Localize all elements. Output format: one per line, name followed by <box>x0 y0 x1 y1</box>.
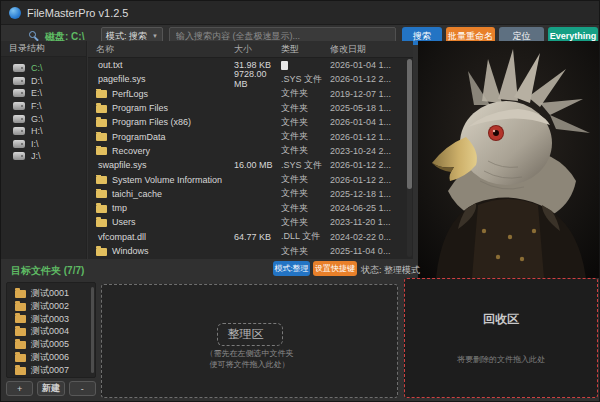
target-folder-label: 测试0007 <box>31 364 69 377</box>
app-window: FileMasterPro v1.2.5 磁盘: C:\ 模式: 搜索 ▼ 搜索… <box>0 0 600 402</box>
table-row[interactable]: Windows文件夹2025-11-04 0... <box>88 244 413 258</box>
target-folder-item[interactable]: 测试0001 <box>7 287 95 300</box>
file-type-cell: 文件夹 <box>281 116 330 129</box>
file-size-cell: 16.00 MB <box>234 160 281 170</box>
recycle-drop-zone[interactable]: 回收区 将要删除的文件拖入此处 <box>404 278 598 398</box>
recycle-zone-title: 回收区 <box>405 311 597 328</box>
title-bar: FileMasterPro v1.2.5 <box>1 1 600 25</box>
sidebar-drive-item[interactable]: D:\ <box>1 75 86 88</box>
table-row[interactable]: Program Files文件夹2025-05-18 1... <box>88 101 413 115</box>
table-row[interactable]: System Volume Information文件夹2026-01-12 2… <box>88 172 413 186</box>
target-folder-item[interactable]: 测试0005 <box>7 338 95 351</box>
target-folder-panel: 测试0001测试0002测试0003测试0004测试0005测试0006测试00… <box>6 282 96 378</box>
new-folder-button[interactable]: 新建 <box>37 381 64 396</box>
file-name: Users <box>112 217 136 227</box>
file-name: vfcompat.dll <box>98 232 146 242</box>
file-type-cell: 文件夹 <box>281 102 330 115</box>
target-folder-item[interactable]: 测试0004 <box>7 325 95 338</box>
file-name: taichi_cache <box>112 189 162 199</box>
file-list-scrollbar[interactable] <box>407 59 412 257</box>
file-date-cell: 2019-12-07 1... <box>330 89 413 99</box>
file-name: Recovery <box>112 146 150 156</box>
file-date-cell: 2025-12-18 1... <box>330 189 413 199</box>
column-name[interactable]: 名称 <box>88 43 234 56</box>
target-folder-item[interactable]: 测试0003 <box>7 313 95 326</box>
sidebar-drive-item[interactable]: I:\ <box>1 138 86 151</box>
file-list-panel: 名称 大小 类型 修改日期 out.txt31.98 KB2026-01-04 … <box>88 41 413 259</box>
file-type-cell: 文件夹 <box>281 187 330 200</box>
file-date-cell: 2026-01-04 1... <box>330 117 413 127</box>
target-folder-label: 测试0001 <box>31 287 69 300</box>
folder-icon <box>96 176 107 184</box>
drive-icon <box>13 140 25 148</box>
sidebar-drive-item[interactable]: E:\ <box>1 87 86 100</box>
folder-icon <box>96 119 107 127</box>
file-name: PerfLogs <box>112 89 148 99</box>
file-type-cell: 文件夹 <box>281 202 330 215</box>
directory-sidebar: 目录结构 C:\D:\E:\F:\G:\H:\I:\J:\ <box>1 41 87 259</box>
file-type-cell: 文件夹 <box>281 130 330 143</box>
table-row[interactable]: vfcompat.dll64.77 KB.DLL 文件2024-02-22 0.… <box>88 230 413 244</box>
drive-label: G:\ <box>31 114 43 124</box>
set-hotkeys-button[interactable]: 设置快捷键 <box>313 261 357 276</box>
file-name-cell: System Volume Information <box>88 175 234 185</box>
file-type-cell <box>281 61 330 70</box>
organize-zone-title: 整理区 <box>217 323 283 346</box>
column-type[interactable]: 类型 <box>281 43 330 56</box>
column-date[interactable]: 修改日期 <box>330 43 413 56</box>
file-list-header: 名称 大小 类型 修改日期 <box>88 41 413 58</box>
table-row[interactable]: ProgramData文件夹2026-01-12 1... <box>88 129 413 143</box>
drive-icon <box>13 89 25 97</box>
sidebar-drive-item[interactable]: C:\ <box>1 62 86 75</box>
drive-label: C:\ <box>31 63 43 73</box>
table-row[interactable]: Recovery文件夹2023-10-24 2... <box>88 144 413 158</box>
table-row[interactable]: Program Files (x86)文件夹2026-01-04 1... <box>88 115 413 129</box>
drive-label: H:\ <box>31 126 43 136</box>
target-folder-item[interactable]: 测试0002 <box>7 300 95 313</box>
target-folder-label: 测试0006 <box>31 351 69 364</box>
target-folder-label: 测试0002 <box>31 300 69 313</box>
table-row[interactable]: taichi_cache文件夹2025-12-18 1... <box>88 187 413 201</box>
status-text: 状态: 整理模式 <box>361 264 420 277</box>
drive-list: C:\D:\E:\F:\G:\H:\I:\J:\ <box>1 57 86 259</box>
table-row[interactable]: pagefile.sys9728.00 MB.SYS 文件2026-01-12 … <box>88 72 413 86</box>
table-row[interactable]: tmp文件夹2024-06-25 1... <box>88 201 413 215</box>
file-name-cell: ProgramData <box>88 132 234 142</box>
file-name-cell: taichi_cache <box>88 189 234 199</box>
recycle-zone-hint: 将要删除的文件拖入此处 <box>405 354 597 365</box>
target-list-scrollbar[interactable] <box>91 287 94 373</box>
column-size[interactable]: 大小 <box>234 43 281 56</box>
sidebar-drive-item[interactable]: G:\ <box>1 112 86 125</box>
file-type-cell: 文件夹 <box>281 87 330 100</box>
file-date-cell: 2026-01-04 1... <box>330 60 413 70</box>
document-icon <box>281 61 288 70</box>
file-date-cell: 2023-11-20 1... <box>330 217 413 227</box>
organize-drop-zone[interactable]: 整理区 （需先在左侧选中文件夹 便可将文件拖入此处） <box>101 284 398 398</box>
remove-target-button[interactable]: - <box>69 381 96 396</box>
file-name-cell: Recovery <box>88 146 234 156</box>
file-name-cell: pagefile.sys <box>88 74 234 84</box>
sidebar-drive-item[interactable]: H:\ <box>1 125 86 138</box>
file-date-cell: 2024-02-22 0... <box>330 232 413 242</box>
target-folder-label: 测试0003 <box>31 313 69 326</box>
file-date-cell: 2025-11-04 0... <box>330 246 413 256</box>
file-name-cell: Program Files (x86) <box>88 117 234 127</box>
file-name: Program Files <box>112 103 168 113</box>
table-row[interactable]: Users文件夹2023-11-20 1... <box>88 215 413 229</box>
preview-image <box>418 41 599 278</box>
sidebar-drive-item[interactable]: F:\ <box>1 100 86 113</box>
drive-icon <box>13 127 25 135</box>
file-name-cell: Windows <box>88 246 234 256</box>
scrollbar-thumb[interactable] <box>407 59 412 189</box>
add-target-button[interactable]: + <box>6 381 33 396</box>
file-type-cell: .SYS 文件 <box>281 159 330 172</box>
window-title: FileMasterPro v1.2.5 <box>27 7 128 19</box>
folder-icon <box>96 105 107 113</box>
organize-mode-button[interactable]: 模式:整理 <box>273 261 310 276</box>
sidebar-drive-item[interactable]: J:\ <box>1 150 86 163</box>
target-folder-item[interactable]: 测试0006 <box>7 351 95 364</box>
file-type-cell: .SYS 文件 <box>281 73 330 86</box>
table-row[interactable]: swapfile.sys16.00 MB.SYS 文件2026-01-12 2.… <box>88 158 413 172</box>
target-folder-item[interactable]: 测试0007 <box>7 364 95 377</box>
drive-label: I:\ <box>31 139 39 149</box>
